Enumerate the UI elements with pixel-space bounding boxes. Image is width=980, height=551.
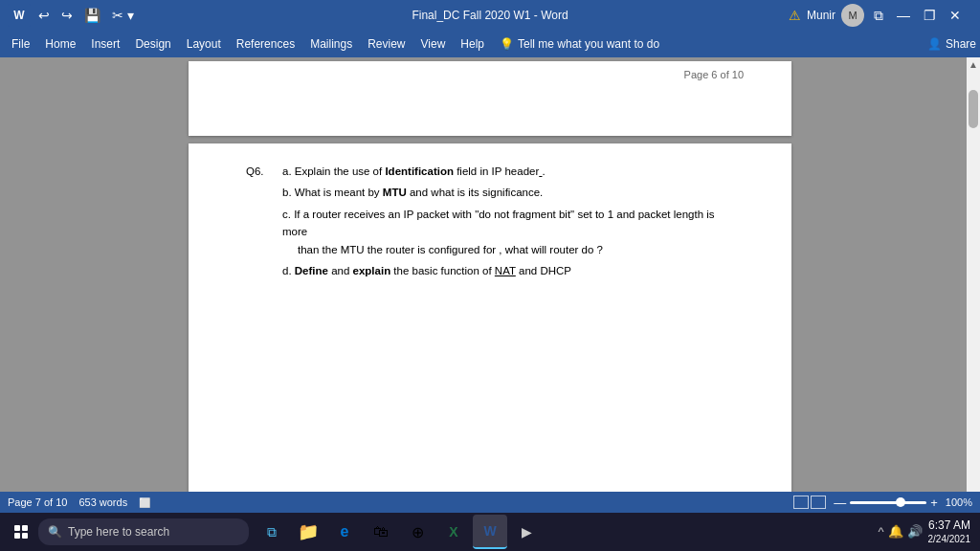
store-icon: 🛍 [373,523,389,540]
terminal-icon: ▶ [522,524,532,540]
zoom-slider[interactable]: — + [834,496,938,510]
volume-icon[interactable]: 🔊 [907,524,923,539]
current-time: 6:37 AM [928,518,971,534]
maximize-button[interactable]: ❐ [920,6,940,25]
part-a: a. Explain the use of Identification fie… [282,163,734,180]
menu-review[interactable]: Review [360,33,412,55]
taskbar-apps: ⧉ 📁 e 🛍 ⊕ X W ▶ [255,515,544,549]
restore-down-button[interactable]: ⧉ [870,6,887,26]
search-placeholder: Type here to search [68,525,169,539]
redo-button[interactable]: ↪ [57,6,77,25]
terminal-button[interactable]: ▶ [509,515,544,549]
question-content: a. Explain the use of Identification fie… [282,163,734,283]
pages-container: Page 6 of 10 Q6. a. Explain the use of I… [0,57,980,492]
windows-icon [14,525,28,539]
document-area: Page 6 of 10 Q6. a. Explain the use of I… [0,57,980,492]
print-layout-icon[interactable] [793,496,809,509]
view-mode-icons [793,496,826,509]
zoom-level: 100% [946,496,972,508]
word-button[interactable]: W [473,515,507,549]
warning-icon: ⚠ [789,8,801,23]
scroll-thumb[interactable] [969,90,978,128]
zoom-track[interactable] [850,501,926,504]
menu-layout[interactable]: Layout [179,33,229,55]
menu-bar: File Home Insert Design Layout Reference… [0,31,980,57]
taskbar-search[interactable]: 🔍 Type here to search [38,518,249,545]
edge-button[interactable]: e [327,515,362,549]
menu-references[interactable]: References [229,33,302,55]
share-label: Share [946,37,976,51]
menu-mailings[interactable]: Mailings [302,33,360,55]
current-date: 2/24/2021 [928,533,971,546]
zoom-minus[interactable]: — [834,496,846,510]
part-c: c. If a router receives an IP packet wit… [282,206,734,258]
datetime-display[interactable]: 6:37 AM 2/24/2021 [928,518,971,547]
file-explorer-button[interactable]: 📁 [291,515,325,549]
web-layout-icon[interactable] [811,496,826,509]
undo-button[interactable]: ↩ [34,6,54,25]
taskbar-right: ^ 🔔 🔊 6:37 AM 2/24/2021 [878,518,974,547]
menu-help[interactable]: Help [453,33,492,55]
tell-me-area[interactable]: 💡 Tell me what you want to do [500,37,659,51]
zoom-plus[interactable]: + [930,496,938,510]
store-button[interactable]: 🛍 [364,515,398,549]
part-d: d. Define and explain the basic function… [282,262,734,279]
window-title: Final_DC Fall 2020 W1 - Word [412,9,568,22]
menu-file[interactable]: File [4,33,37,55]
menu-insert[interactable]: Insert [83,33,127,55]
part-b: b. What is meant by MTU and what is its … [282,184,734,201]
page-6: Page 6 of 10 [189,61,791,136]
track-changes-icon: ⬜ [139,497,150,508]
edge-icon: e [341,523,349,540]
username: Munir [807,9,835,22]
task-view-button[interactable]: ⧉ [255,515,289,549]
chrome-button[interactable]: ⊕ [400,515,434,549]
question-label: Q6. [246,163,275,283]
share-icon: 👤 [927,37,942,51]
excel-button[interactable]: X [436,515,471,549]
word-app-icon: W [8,4,31,27]
page-7-content: Q6. a. Explain the use of Identification… [189,143,791,488]
page-count: Page 7 of 10 [8,496,67,508]
menu-design[interactable]: Design [127,33,178,55]
word-count: 653 words [78,496,127,508]
close-button[interactable]: ✕ [946,6,965,25]
lightbulb-icon: 💡 [500,37,514,51]
word-taskbar-icon: W [483,523,496,539]
question-row: Q6. a. Explain the use of Identification… [246,163,734,283]
system-tray-icons: ^ 🔔 🔊 [878,524,922,539]
menu-view[interactable]: View [413,33,454,55]
start-button[interactable] [6,517,36,547]
vertical-scrollbar[interactable]: ▲ [967,57,980,492]
chrome-icon: ⊕ [412,523,424,541]
customize-button[interactable]: ✂ ▾ [108,6,138,25]
menu-home[interactable]: Home [37,33,83,55]
taskbar: 🔍 Type here to search ⧉ 📁 e 🛍 ⊕ X W ▶ ^ [0,513,980,551]
status-right: — + 100% [793,496,972,510]
page-6-number: Page 6 of 10 [684,69,744,80]
file-explorer-icon: 📁 [298,521,319,542]
user-area: ⚠ Munir M ⧉ — ❐ ✕ [789,4,965,27]
user-avatar[interactable]: M [841,4,864,27]
minimize-button[interactable]: — [893,6,914,25]
notification-icon[interactable]: 🔔 [888,524,903,539]
part-c-cont: than the MTU the router is configured fo… [282,241,734,258]
page-7: Q6. a. Explain the use of Identification… [189,143,791,492]
title-bar-left: W ↩ ↪ 💾 ✂ ▾ [8,4,138,27]
task-view-icon: ⧉ [267,524,277,540]
zoom-thumb[interactable] [896,497,905,507]
page-6-header: Page 6 of 10 [189,61,791,138]
title-bar: W ↩ ↪ 💾 ✂ ▾ Final_DC Fall 2020 W1 - Word… [0,0,980,31]
search-icon: 🔍 [48,525,62,539]
excel-icon: X [449,524,457,540]
tell-me-text: Tell me what you want to do [518,37,659,51]
save-button[interactable]: 💾 [80,6,104,25]
share-button[interactable]: 👤 Share [927,37,976,51]
status-bar: Page 7 of 10 653 words ⬜ — + 100% [0,492,980,513]
scroll-up-button[interactable]: ▲ [969,57,978,71]
chevron-up-icon[interactable]: ^ [878,524,883,539]
